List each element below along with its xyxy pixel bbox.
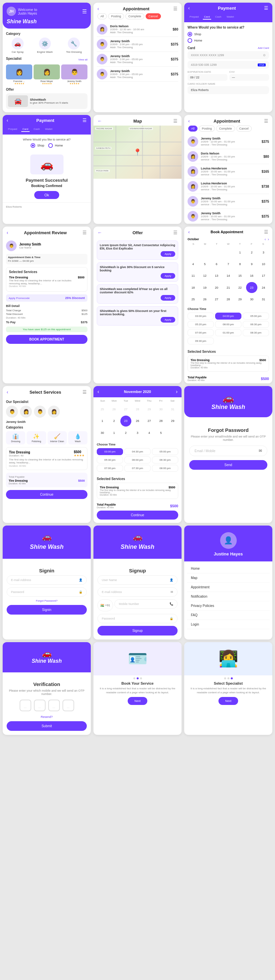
appt2-item-5[interactable]: 👨 Jeremy Smith 2/20/9 · 10:00 am - 01:00… <box>187 209 269 224</box>
view-all-link[interactable]: View all <box>78 58 88 61</box>
spec-thumb-2[interactable]: 👨 <box>34 406 46 418</box>
tab-all[interactable]: All <box>98 13 107 19</box>
hamburger-icon[interactable]: ☰ <box>173 230 177 235</box>
appt2-item-3[interactable]: 👩 Louisa Henderson 2/20/9 · 10:00 am - 0… <box>187 179 269 194</box>
onboard1-next-btn[interactable]: Next <box>128 697 147 705</box>
signup-btn[interactable]: Signup <box>98 626 177 635</box>
otp-box-3[interactable]: _ <box>62 700 74 711</box>
time-0[interactable]: 03:00 pm <box>187 313 214 320</box>
cat-car-spray[interactable]: 🚗 Car Spray <box>12 38 24 54</box>
nav-home[interactable]: Home <box>187 564 270 573</box>
back-arrow[interactable]: ‹ <box>6 118 8 123</box>
ptab-prepaid[interactable]: Prepaid <box>6 127 19 132</box>
appt-item-2[interactable]: 👨 Jeremy Smith 2/20/9 · 2:00 pm - 05:00 … <box>97 52 178 67</box>
appt-item-1[interactable]: 👨 Jeremy Smith 2/20/9 · 2:00 pm - 05:00 … <box>97 37 178 52</box>
mobile-field[interactable]: Mobile Number 📞 <box>114 599 177 609</box>
nav-map[interactable]: Map <box>187 573 270 583</box>
book-appointment-btn[interactable]: BOOK APPOINTMENT <box>6 335 88 344</box>
appt2-item-2[interactable]: 👩 Louisa Henderson 2/20/9 · 10:00 am - 0… <box>187 164 269 179</box>
time-8[interactable]: 08:30 pm <box>243 329 269 336</box>
nav-login[interactable]: Login <box>187 620 270 629</box>
appt2-item-4[interactable]: 👨 Jeremy Smith 2/20/9 · 10:00 am - 01:00… <box>187 194 269 209</box>
hamburger-icon[interactable]: ☰ <box>83 389 87 395</box>
continue-btn[interactable]: Continue <box>6 490 88 499</box>
nov-continue-btn[interactable]: Continue <box>97 511 178 520</box>
signin-btn[interactable]: Signin <box>6 605 87 614</box>
prev-month[interactable]: ‹ <box>98 389 99 395</box>
resend-link[interactable]: Resend? <box>41 715 53 719</box>
tab2-posting[interactable]: Posting <box>199 126 215 132</box>
nov-time-3[interactable]: 05:30 pm <box>97 457 123 463</box>
tab-posting[interactable]: Posting <box>108 13 124 19</box>
nov-time-6[interactable]: 07:00 pm <box>97 465 123 472</box>
time-7[interactable]: 01:00 pm <box>215 329 241 336</box>
tab-cancel[interactable]: Cancel <box>145 13 161 19</box>
password-field[interactable]: Password 🔒 <box>6 587 87 597</box>
radio-home-s[interactable]: Home <box>48 143 63 148</box>
cat-wash[interactable]: 💧 Wash <box>68 431 88 444</box>
back-arrow[interactable]: ‹ <box>188 5 190 11</box>
specialist-2[interactable]: 👨 Jeremy Smith ★★★★★ <box>61 64 88 85</box>
radio-shop[interactable]: Shop <box>187 32 269 37</box>
otp-box-1[interactable]: _ <box>34 700 46 711</box>
expiry-value[interactable]: 09 / 22 <box>187 74 227 81</box>
name-field[interactable]: User Name 👤 <box>98 575 177 585</box>
add-card-btn[interactable]: Add Card <box>258 46 269 49</box>
radio-home[interactable]: Home <box>187 38 269 43</box>
hamburger-icon[interactable]: ☰ <box>173 118 177 124</box>
nav-appointment[interactable]: Appointment <box>187 583 270 592</box>
back-arrow[interactable]: ‹ <box>188 229 190 234</box>
time-4[interactable]: 08:00 pm <box>215 321 241 328</box>
cat-engine-wash[interactable]: ⚙️ Engine Wash <box>37 38 53 54</box>
cvv-value[interactable]: — <box>229 74 269 81</box>
map-view[interactable]: 📍 TAGORE NAGAR VISHWAKARMA NAGAR GANESH … <box>93 126 182 179</box>
hamburger-icon[interactable]: ☰ <box>264 229 269 234</box>
cat-interior-clean[interactable]: 🧹 Interior Clean <box>48 431 67 444</box>
nov-time-4[interactable]: 06:00 pm <box>125 457 150 463</box>
hamburger-icon[interactable]: ☰ <box>83 118 87 123</box>
radio-shop-s[interactable]: Shop <box>30 143 44 148</box>
onboard2-next-btn[interactable]: Next <box>219 697 238 705</box>
back-arrow[interactable]: ‹ <box>6 389 8 395</box>
ptab-cash[interactable]: Cash <box>32 127 41 132</box>
nav-notification[interactable]: Notification <box>187 592 270 601</box>
nov-time-1[interactable]: 04:30 pm <box>125 448 150 455</box>
next-month[interactable]: › <box>176 389 177 395</box>
apply-btn-0[interactable]: Apply <box>161 251 175 257</box>
otp-box-2[interactable]: _ <box>48 700 60 711</box>
back-arrow[interactable]: ‹ <box>188 118 190 124</box>
hamburger-icon[interactable]: ☰ <box>173 6 177 11</box>
nav-privacy[interactable]: Privacy Policies <box>187 601 270 611</box>
next-month[interactable]: › <box>268 237 269 241</box>
send-otp-btn[interactable]: Send <box>189 460 267 470</box>
ptab-wallet[interactable]: Wallet <box>44 127 54 132</box>
back-arrow[interactable]: ‹ <box>98 6 99 11</box>
appt-item-0[interactable]: 👩 Doris Nelson 2/20/9 · 12:30 am - 10:00… <box>97 22 178 37</box>
ptab-card[interactable]: Card <box>21 127 30 132</box>
time-2[interactable]: 05:00 pm <box>243 313 269 320</box>
tab2-cancel[interactable]: Cancel <box>237 126 252 132</box>
nov-time-7[interactable]: 07:30 pm <box>125 465 150 472</box>
ptab-wallet[interactable]: Wallet <box>225 14 235 20</box>
ptab-cash[interactable]: Cash <box>214 14 223 20</box>
time-3[interactable]: 05:20 pm <box>187 321 214 328</box>
hamburger-icon[interactable]: ☰ <box>264 5 269 11</box>
spec-thumb-1[interactable]: 👩 <box>20 406 32 418</box>
hamburger-icon[interactable]: ☰ <box>264 118 269 124</box>
nov-time-5[interactable]: 06:30 pm <box>152 457 178 463</box>
submit-btn[interactable]: Submit <box>6 721 87 731</box>
prev-month[interactable]: ‹ <box>265 237 266 241</box>
specialist-0[interactable]: 👩 Francine ... ★★★★★ <box>6 64 32 85</box>
spec-thumb-0[interactable]: 👨 <box>6 406 18 418</box>
specialist-1[interactable]: 👩 Rose Meyer ★★★★★ <box>34 64 60 85</box>
spec-thumb-3[interactable]: 👩 <box>48 406 60 418</box>
apply-btn-3[interactable]: Apply <box>161 317 175 323</box>
time-1[interactable]: 04:00 pm <box>215 313 241 320</box>
nov-time-8[interactable]: 08:00 pm <box>152 465 178 472</box>
ptab-prepaid[interactable]: Prepaid <box>188 14 200 20</box>
cat-polishing[interactable]: ✨ Polishing <box>27 431 46 444</box>
promo-row[interactable]: Apply Promocode 25% Discount <box>6 294 88 302</box>
nav-faq[interactable]: FAQ <box>187 611 270 620</box>
time-6[interactable]: 07:00 pm <box>187 329 214 336</box>
cat-tire-dressing[interactable]: 🔧 Tire Dressing <box>66 38 82 54</box>
